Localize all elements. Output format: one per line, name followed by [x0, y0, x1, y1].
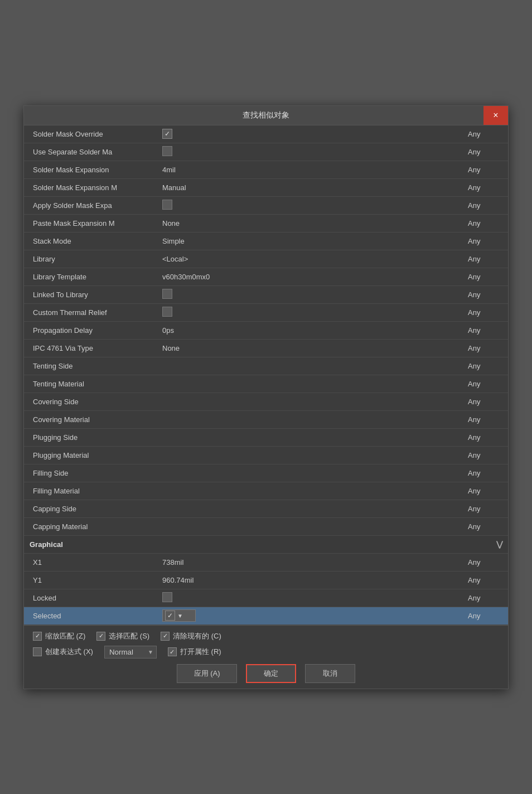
checkbox[interactable] — [162, 592, 172, 602]
table-row: LockedAny — [24, 589, 508, 607]
any-value: Any — [463, 342, 508, 355]
select-match-checkbox[interactable] — [96, 632, 105, 641]
table-row: Filling MaterialAny — [24, 482, 508, 500]
any-value: Any — [463, 592, 508, 604]
property-name: Use Separate Solder Ma — [24, 146, 158, 158]
ok-button[interactable]: 确定 — [246, 664, 296, 683]
table-row: Custom Thermal ReliefAny — [24, 304, 508, 322]
property-value: 4mil — [158, 163, 463, 176]
property-name: Filling Side — [24, 467, 158, 480]
zoom-match-checkbox[interactable] — [33, 632, 42, 641]
checkbox[interactable] — [162, 146, 172, 156]
section-header-graphical[interactable]: Graphical⋁ — [24, 536, 508, 554]
open-props-check[interactable]: 打开属性 (R) — [168, 647, 221, 657]
table-row: Plugging MaterialAny — [24, 447, 508, 464]
cancel-button[interactable]: 取消 — [305, 664, 355, 683]
footer-row-2: 创建表达式 (X) Normal Simple Advanced 打开属性 (R… — [33, 646, 499, 659]
property-name: Selected — [24, 609, 158, 622]
property-name: Solder Mask Expansion M — [24, 181, 158, 194]
table-row: Solder Mask Expansion4milAny — [24, 161, 508, 179]
apply-button[interactable]: 应用 (A) — [177, 664, 238, 683]
table-row: Capping MaterialAny — [24, 518, 508, 536]
property-name: Apply Solder Mask Expa — [24, 199, 158, 212]
select-match-check[interactable]: 选择匹配 (S) — [96, 631, 149, 641]
any-value: Any — [463, 449, 508, 462]
property-name: Library Template — [24, 270, 158, 283]
checkbox[interactable] — [162, 289, 172, 299]
table-row: Solder Mask Expansion MManualAny — [24, 179, 508, 197]
footer-area: 缩放匹配 (Z) 选择匹配 (S) 清除现有的 (C) 创建表达式 (X) No… — [24, 625, 508, 689]
table-row: Library Templatev60h30m0mx0Any — [24, 268, 508, 286]
checkbox[interactable] — [162, 200, 172, 210]
property-value — [158, 471, 463, 475]
close-button[interactable]: × — [483, 106, 508, 125]
any-value: Any — [463, 377, 508, 390]
table-row: X1738milAny — [24, 554, 508, 572]
property-value: None — [158, 342, 463, 355]
any-value: Any — [463, 217, 508, 230]
any-value: Any — [463, 253, 508, 265]
table-row: Covering SideAny — [24, 393, 508, 411]
open-props-checkbox[interactable] — [168, 647, 177, 656]
any-value: Any — [463, 128, 508, 141]
property-name: Locked — [24, 592, 158, 604]
property-value: None — [158, 217, 463, 230]
property-value: 738mil — [158, 556, 463, 569]
property-name: Solder Mask Override — [24, 128, 158, 141]
section-label: Graphical — [30, 540, 63, 549]
mode-select-wrapper[interactable]: Normal Simple Advanced — [104, 646, 157, 659]
any-value: Any — [463, 360, 508, 372]
property-value[interactable] — [158, 197, 463, 214]
any-value: Any — [463, 181, 508, 194]
mode-select[interactable]: Normal Simple Advanced — [104, 646, 157, 659]
find-similar-dialog: 查找相似对象 × Solder Mask OverrideAnyUse Sepa… — [23, 105, 509, 689]
dropdown-checked[interactable]: ▼ — [162, 609, 196, 622]
any-value: Any — [463, 413, 508, 426]
property-value[interactable] — [158, 144, 463, 160]
create-expression-checkbox[interactable] — [33, 647, 42, 656]
property-name: Filling Material — [24, 485, 158, 497]
property-value[interactable]: ▼ — [158, 607, 463, 624]
property-name: Covering Side — [24, 395, 158, 408]
property-value — [158, 435, 463, 439]
properties-scroll-area[interactable]: Solder Mask OverrideAnyUse Separate Sold… — [24, 125, 508, 625]
any-value: Any — [463, 609, 508, 622]
any-value: Any — [463, 485, 508, 497]
property-value[interactable] — [158, 304, 463, 321]
select-match-label: 选择匹配 (S) — [109, 631, 149, 641]
dialog-title: 查找相似对象 — [243, 110, 289, 120]
table-row: Linked To LibraryAny — [24, 286, 508, 304]
table-row: Library<Local>Any — [24, 250, 508, 268]
any-value: Any — [463, 235, 508, 248]
clear-existing-label: 清除现有的 (C) — [173, 631, 221, 641]
property-value[interactable] — [158, 590, 463, 606]
property-value — [158, 381, 463, 386]
property-name: Solder Mask Expansion — [24, 163, 158, 176]
property-name: Tenting Side — [24, 360, 158, 372]
table-row: Covering MaterialAny — [24, 411, 508, 429]
footer-row-1: 缩放匹配 (Z) 选择匹配 (S) 清除现有的 (C) — [33, 631, 499, 641]
property-value — [158, 453, 463, 457]
property-value[interactable] — [158, 287, 463, 303]
property-value: <Local> — [158, 253, 463, 265]
property-value: v60h30m0mx0 — [158, 270, 463, 283]
checkbox[interactable] — [162, 129, 172, 139]
checkbox[interactable] — [162, 307, 172, 317]
property-value[interactable] — [158, 127, 463, 141]
zoom-match-check[interactable]: 缩放匹配 (Z) — [33, 631, 85, 641]
dropdown-arrow-icon: ▼ — [177, 613, 193, 619]
property-value — [158, 524, 463, 529]
any-value: Any — [463, 502, 508, 515]
table-row: Use Separate Solder MaAny — [24, 143, 508, 161]
property-value — [158, 488, 463, 493]
table-row: Filling SideAny — [24, 464, 508, 482]
clear-existing-checkbox[interactable] — [161, 632, 170, 641]
any-value: Any — [463, 467, 508, 480]
clear-existing-check[interactable]: 清除现有的 (C) — [161, 631, 221, 641]
any-value: Any — [463, 520, 508, 533]
create-expression-check[interactable]: 创建表达式 (X) — [33, 647, 93, 657]
collapse-icon[interactable]: ⋁ — [496, 540, 502, 549]
property-value — [158, 364, 463, 368]
property-name: Capping Side — [24, 502, 158, 515]
property-name: Paste Mask Expansion M — [24, 217, 158, 230]
